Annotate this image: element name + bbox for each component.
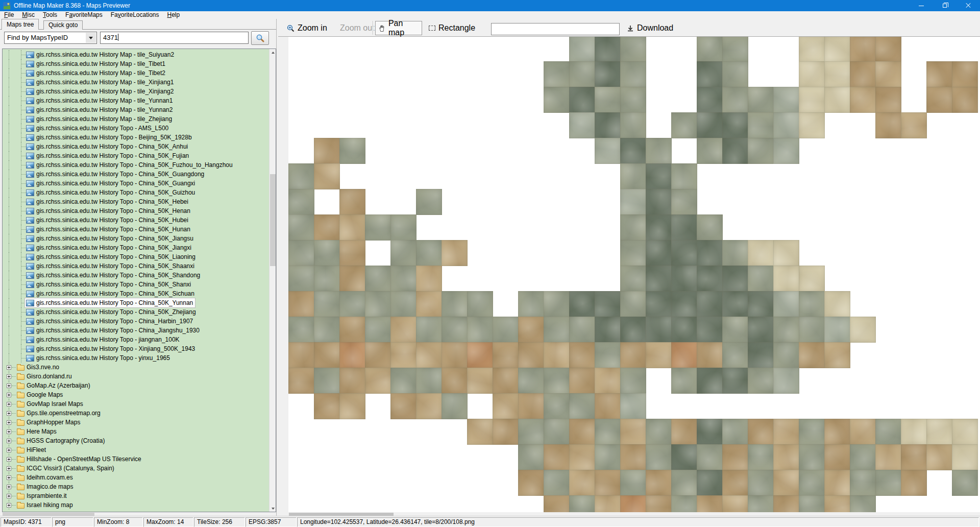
tree-item[interactable]: gis.rchss.sinica.edu.tw History Topo - C…	[3, 261, 269, 271]
tree-item[interactable]: gis.rchss.sinica.edu.tw History Topo - y…	[3, 353, 269, 363]
expand-plus-icon[interactable]	[7, 374, 11, 379]
tree-folder[interactable]: Hillshade - OpenStreetMap US Tileservice	[3, 454, 269, 464]
tree-item[interactable]: gis.rchss.sinica.edu.tw History Topo - C…	[3, 326, 269, 335]
panel-splitter[interactable]	[276, 19, 288, 516]
tree-folder[interactable]: GovMap Israel Maps	[3, 399, 269, 409]
expand-plus-icon[interactable]	[7, 448, 11, 452]
tree-item[interactable]: gis.rchss.sinica.edu.tw History Map - ti…	[3, 105, 269, 114]
zoom-out-button[interactable]: Zoom out	[337, 21, 378, 35]
tree-folder[interactable]: HiFleet	[3, 445, 269, 454]
tree-item[interactable]: gis.rchss.sinica.edu.tw History Map - ti…	[3, 78, 269, 87]
search-button[interactable]	[251, 31, 269, 45]
tree-item[interactable]: gis.rchss.sinica.edu.tw History Topo - C…	[3, 188, 269, 197]
expand-plus-icon[interactable]	[7, 457, 11, 462]
expand-plus-icon[interactable]	[7, 393, 11, 397]
tree-item[interactable]: gis.rchss.sinica.edu.tw History Topo - C…	[3, 151, 269, 160]
tree-item[interactable]: gis.rchss.sinica.edu.tw History Topo - C…	[3, 307, 269, 317]
menu-favoritemaps[interactable]: FavoriteMaps	[61, 11, 107, 19]
tree-item[interactable]: gis.rchss.sinica.edu.tw History Map - ti…	[3, 96, 269, 105]
tree-item[interactable]: gis.rchss.sinica.edu.tw History Map - ti…	[3, 59, 269, 68]
pan-map-button[interactable]: Pan map	[375, 21, 422, 35]
tree-item[interactable]: gis.rchss.sinica.edu.tw History Map - ti…	[3, 68, 269, 78]
expand-plus-icon[interactable]	[7, 429, 11, 434]
tree-folder[interactable]: HGSS Cartography (Croatia)	[3, 436, 269, 445]
tree-item[interactable]: gis.rchss.sinica.edu.tw History Topo - C…	[3, 252, 269, 261]
tree-item[interactable]: gis.rchss.sinica.edu.tw History Topo - C…	[3, 142, 269, 151]
menu-file[interactable]: File	[0, 11, 18, 19]
expand-plus-icon[interactable]	[7, 494, 11, 498]
expand-plus-icon[interactable]	[7, 475, 11, 480]
menu-help[interactable]: Help	[163, 11, 184, 19]
tree-item[interactable]: gis.rchss.sinica.edu.tw History Map - ti…	[3, 114, 269, 124]
tree-item[interactable]: gis.rchss.sinica.edu.tw History Topo - C…	[3, 298, 269, 307]
tree-item[interactable]: gis.rchss.sinica.edu.tw History Topo - C…	[3, 317, 269, 326]
tree-folder[interactable]: Israel hiking map	[3, 500, 269, 510]
expand-plus-icon[interactable]	[7, 402, 11, 406]
title-bar[interactable]: Offline Map Maker 8.368 - Maps Previewer	[0, 0, 980, 11]
tab-quick-goto[interactable]: Quick goto	[43, 20, 83, 30]
tree-item[interactable]: gis.rchss.sinica.edu.tw History Topo - C…	[3, 160, 269, 170]
tree-item[interactable]: gis.rchss.sinica.edu.tw History Topo - C…	[3, 215, 269, 225]
tree-item-label: gis.rchss.sinica.edu.tw History Topo - C…	[36, 198, 188, 205]
expand-plus-icon[interactable]	[7, 503, 11, 508]
tree-folder[interactable]: Gps.tile.openstreetmap.org	[3, 409, 269, 418]
menu-favoritelocations[interactable]: FavoriteLocations	[107, 11, 163, 19]
expand-plus-icon[interactable]	[7, 420, 11, 425]
menu-misc[interactable]: Misc	[18, 11, 39, 19]
rectangle-button[interactable]: Rectangle	[426, 21, 478, 35]
tree-folder[interactable]: Here Maps	[3, 427, 269, 436]
search-input[interactable]: 4371	[100, 32, 249, 44]
tree-folder[interactable]: Gis3.nve.no	[3, 363, 269, 372]
maps-tree[interactable]: gis.rchss.sinica.edu.tw History Map - ti…	[2, 49, 276, 512]
close-button[interactable]	[957, 0, 980, 11]
tree-item[interactable]: gis.rchss.sinica.edu.tw History Topo - C…	[3, 179, 269, 188]
map-tile	[773, 266, 799, 292]
tree-item[interactable]: gis.rchss.sinica.edu.tw History Topo - C…	[3, 243, 269, 252]
tree-item[interactable]: gis.rchss.sinica.edu.tw History Topo - j…	[3, 335, 269, 344]
zoom-in-button[interactable]: Zoom in	[284, 21, 330, 35]
expand-plus-icon[interactable]	[7, 485, 11, 489]
download-range-input[interactable]	[491, 23, 620, 35]
download-button[interactable]: Download	[624, 21, 676, 35]
tree-item-label: gis.rchss.sinica.edu.tw History Topo - C…	[36, 281, 191, 288]
tree-item[interactable]: gis.rchss.sinica.edu.tw History Topo - C…	[3, 197, 269, 206]
tree-folder[interactable]: GraphHopper Maps	[3, 418, 269, 427]
scroll-down-arrow-icon[interactable]	[270, 505, 276, 512]
map-preview-canvas[interactable]	[288, 37, 980, 512]
tree-item[interactable]: gis.rchss.sinica.edu.tw History Topo - X…	[3, 344, 269, 353]
expand-plus-icon[interactable]	[7, 411, 11, 416]
expand-plus-icon[interactable]	[7, 384, 11, 388]
restore-button[interactable]	[933, 0, 957, 11]
tree-item[interactable]: gis.rchss.sinica.edu.tw History Topo - C…	[3, 225, 269, 234]
tab-maps-tree[interactable]: Maps tree	[2, 19, 39, 30]
tree-item[interactable]: gis.rchss.sinica.edu.tw History Topo - C…	[3, 280, 269, 289]
tree-folder[interactable]: Isprambiente.it	[3, 491, 269, 500]
minimize-button[interactable]	[910, 0, 933, 11]
menu-tools[interactable]: Tools	[39, 11, 61, 19]
tree-item[interactable]: gis.rchss.sinica.edu.tw History Topo - C…	[3, 170, 269, 179]
expand-plus-icon[interactable]	[7, 466, 11, 471]
map-tile	[314, 393, 340, 419]
tree-item[interactable]: gis.rchss.sinica.edu.tw History Topo - B…	[3, 133, 269, 142]
tree-item[interactable]: gis.rchss.sinica.edu.tw History Map - ti…	[3, 50, 269, 59]
tree-item[interactable]: gis.rchss.sinica.edu.tw History Topo - A…	[3, 124, 269, 133]
tree-item[interactable]: gis.rchss.sinica.edu.tw History Topo - C…	[3, 271, 269, 280]
tree-item[interactable]: gis.rchss.sinica.edu.tw History Topo - C…	[3, 289, 269, 298]
tree-folder[interactable]: Imagico.de maps	[3, 482, 269, 491]
tree-folder[interactable]: Ideihm.covam.es	[3, 473, 269, 482]
tree-item[interactable]: gis.rchss.sinica.edu.tw History Topo - C…	[3, 234, 269, 243]
tree-item[interactable]: gis.rchss.sinica.edu.tw History Map - ti…	[3, 87, 269, 96]
tree-folder[interactable]: Google Maps	[3, 390, 269, 399]
tree-folder[interactable]: Gisro.donland.ru	[3, 372, 269, 381]
expand-plus-icon[interactable]	[7, 439, 11, 443]
map-tile	[620, 393, 646, 419]
tree-vertical-scrollbar[interactable]	[269, 49, 276, 512]
expand-plus-icon[interactable]	[7, 365, 11, 370]
tree-folder[interactable]: GoMap.Az (Azerbaijan)	[3, 381, 269, 390]
tree-item[interactable]: gis.rchss.sinica.edu.tw History Topo - C…	[3, 206, 269, 215]
chevron-down-icon[interactable]	[86, 33, 96, 43]
scroll-up-arrow-icon[interactable]	[270, 49, 276, 56]
tree-folder[interactable]: ICGC Vissir3 (Catalunya, Spain)	[3, 464, 269, 473]
find-mode-combobox[interactable]: Find by MapsTypeID	[4, 32, 97, 44]
scrollbar-thumb[interactable]	[270, 174, 276, 266]
